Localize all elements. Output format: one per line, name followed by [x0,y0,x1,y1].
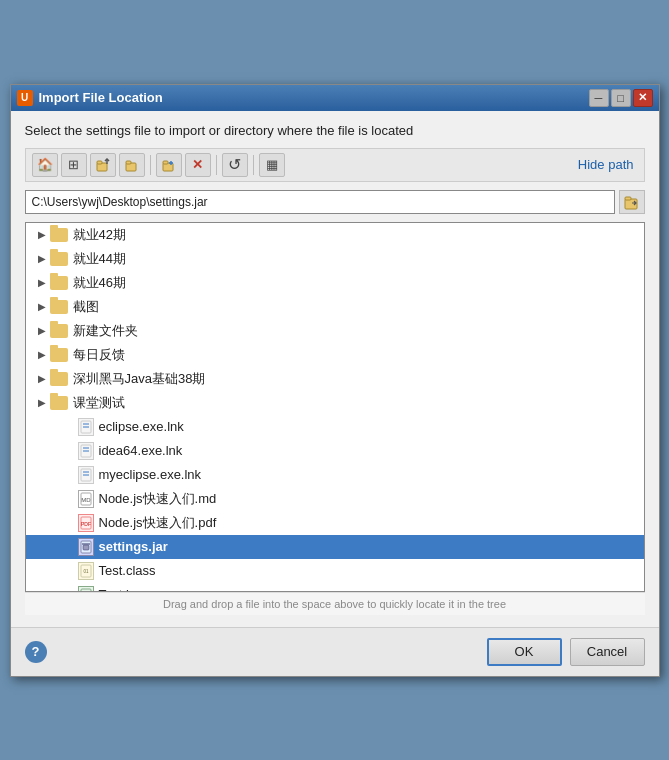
file-md-icon: MD [78,490,94,508]
svg-rect-26 [83,545,89,550]
folder-icon [50,228,68,242]
title-bar: U Import File Location ─ □ ✕ [11,85,659,111]
svg-rect-10 [625,197,631,200]
maximize-button[interactable]: □ [611,89,631,107]
toolbar-separator-2 [216,155,217,175]
chevron-icon: ▶ [34,397,50,408]
chevron-icon: ▶ [34,349,50,360]
tree-item[interactable]: ▶ 就业44期 [26,247,644,271]
tree-item[interactable]: ▶ java Test.java [26,583,644,592]
cancel-button[interactable]: Cancel [570,638,645,666]
folder-icon [50,324,68,338]
tree-item[interactable]: ▶ 深圳黑马Java基础38期 [26,367,644,391]
tree-item[interactable]: ▶ myeclipse.exe.lnk [26,463,644,487]
path-browse-button[interactable] [619,190,645,214]
new-folder-button[interactable] [156,153,182,177]
tree-item[interactable]: ▶ PDF Node.js快速入们.pdf [26,511,644,535]
tree-item[interactable]: ▶ 就业46期 [26,271,644,295]
file-class-icon: 01 [78,562,94,580]
path-bar [25,190,645,214]
toolbar-separator-3 [253,155,254,175]
folder-icon [50,300,68,314]
dialog-footer: ? OK Cancel [11,627,659,676]
svg-text:PDF: PDF [81,521,91,527]
tree-item[interactable]: ▶ 01 Test.class [26,559,644,583]
tree-item[interactable]: ▶ MD Node.js快速入们.md [26,487,644,511]
svg-rect-1 [97,161,102,164]
tree-item[interactable]: ▶ 课堂测试 [26,391,644,415]
dialog-description: Select the settings file to import or di… [25,123,645,138]
hide-path-button[interactable]: Hide path [574,155,638,174]
file-lnk-icon [78,466,94,484]
chevron-icon: ▶ [34,277,50,288]
delete-button[interactable]: ✕ [185,153,211,177]
file-pdf-icon: PDF [78,514,94,532]
ok-button[interactable]: OK [487,638,562,666]
file-tree[interactable]: ▶ 就业42期 ▶ 就业44期 ▶ 就业46期 ▶ 截图 ▶ [25,222,645,592]
tree-item[interactable]: ▶ 每日反馈 [26,343,644,367]
tree-item[interactable]: ▶ eclipse.exe.lnk [26,415,644,439]
chevron-icon: ▶ [34,301,50,312]
toolbar: 🏠 ⊞ [25,148,645,182]
chevron-icon: ▶ [34,373,50,384]
svg-text:MD: MD [81,497,91,503]
file-lnk-icon [78,418,94,436]
drag-hint: Drag and drop a file into the space abov… [25,592,645,615]
folder-icon [50,252,68,266]
home-button[interactable]: 🏠 [32,153,58,177]
chevron-icon: ▶ [34,253,50,264]
folder-nav-button[interactable] [119,153,145,177]
folder-icon [50,348,68,362]
tree-item[interactable]: ▶ 截图 [26,295,644,319]
refresh-button[interactable]: ↺ [222,153,248,177]
svg-rect-4 [126,161,131,164]
tree-item-selected[interactable]: ▶ settings.jar [26,535,644,559]
chevron-icon: ▶ [34,229,50,240]
file-jar-icon [78,538,94,556]
svg-rect-6 [163,161,168,164]
app-icon: U [17,90,33,106]
tree-item[interactable]: ▶ idea64.exe.lnk [26,439,644,463]
help-button[interactable]: ? [25,641,47,663]
folder-icon [50,372,68,386]
svg-text:01: 01 [83,569,89,574]
title-bar-left: U Import File Location [17,90,163,106]
footer-buttons: OK Cancel [487,638,645,666]
tree-item[interactable]: ▶ 就业42期 [26,223,644,247]
toolbar-separator-1 [150,155,151,175]
settings-button[interactable]: ▦ [259,153,285,177]
folder-up-button[interactable] [90,153,116,177]
close-button[interactable]: ✕ [633,89,653,107]
grid-button[interactable]: ⊞ [61,153,87,177]
path-input[interactable] [25,190,615,214]
file-lnk-icon [78,442,94,460]
dialog-body: Select the settings file to import or di… [11,111,659,627]
dialog-title: Import File Location [39,90,163,105]
folder-icon [50,396,68,410]
tree-item[interactable]: ▶ 新建文件夹 [26,319,644,343]
minimize-button[interactable]: ─ [589,89,609,107]
title-controls: ─ □ ✕ [589,89,653,107]
import-file-location-dialog: U Import File Location ─ □ ✕ Select the … [10,84,660,677]
folder-icon [50,276,68,290]
chevron-icon: ▶ [34,325,50,336]
